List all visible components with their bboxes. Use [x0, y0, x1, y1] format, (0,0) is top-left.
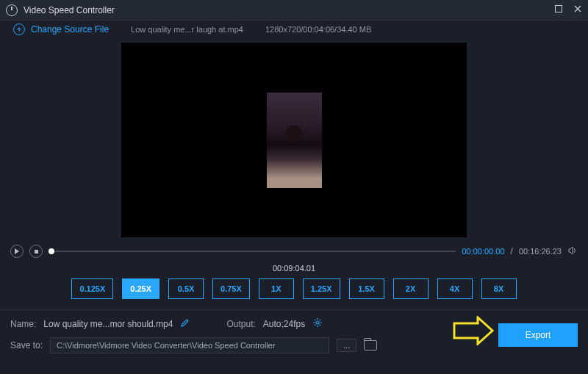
export-button[interactable]: Export: [498, 323, 578, 347]
close-button[interactable]: [573, 4, 582, 15]
time-total: 00:16:26.23: [519, 247, 562, 256]
maximize-button[interactable]: [554, 4, 563, 15]
progress-bar[interactable]: [49, 251, 456, 252]
output-value: Auto;24fps: [263, 319, 305, 329]
speed-button-1-25x[interactable]: 1.25X: [303, 278, 340, 299]
footer-row-save: Save to: C:\Vidmore\Vidmore Video Conver…: [10, 337, 578, 353]
volume-button[interactable]: [567, 245, 578, 258]
edit-name-button[interactable]: [180, 318, 190, 330]
footer-row-name-output: Name: Low quality me...mor should.mp4 Ou…: [10, 317, 578, 330]
speed-button-1-5x[interactable]: 1.5X: [349, 278, 384, 299]
speed-button-0-25x[interactable]: 0.25X: [122, 278, 159, 299]
name-label: Name:: [10, 319, 36, 329]
footer: Name: Low quality me...mor should.mp4 Ou…: [0, 309, 588, 358]
speed-button-0-75x[interactable]: 0.75X: [212, 278, 250, 299]
toolbar: + Change Source File Low quality me...r …: [0, 21, 588, 41]
browse-button[interactable]: ...: [337, 339, 356, 352]
app-icon: [6, 4, 18, 16]
source-filename: Low quality me...r laugh at.mp4: [131, 25, 243, 34]
svg-rect-0: [556, 6, 562, 12]
name-value: Low quality me...mor should.mp4: [43, 319, 173, 329]
output-label: Output:: [226, 319, 255, 329]
play-button[interactable]: [10, 245, 24, 258]
stop-button[interactable]: [29, 245, 43, 258]
source-meta: 1280x720/00:04:06/34.40 MB: [265, 25, 371, 34]
speed-button-0-125x[interactable]: 0.125X: [71, 278, 113, 299]
window-controls: [554, 4, 582, 15]
save-label: Save to:: [10, 340, 43, 350]
speed-button-8x[interactable]: 8X: [481, 278, 517, 299]
app-title: Video Speed Controller: [24, 5, 554, 15]
output-settings-button[interactable]: [312, 317, 323, 330]
preview-area: [0, 41, 588, 240]
speed-button-4x[interactable]: 4X: [437, 278, 473, 299]
open-folder-button[interactable]: [364, 340, 377, 350]
timeline-value: 00:09:04.01: [0, 259, 588, 277]
video-canvas[interactable]: [121, 43, 467, 237]
speed-button-0-5x[interactable]: 0.5X: [168, 278, 204, 299]
playback-controls: 00:00:00.00/00:16:26.23: [0, 240, 588, 259]
change-source-label: Change Source File: [31, 24, 109, 35]
speed-options: 0.125X0.25X0.5X0.75X1X1.25X1.5X2X4X8X: [0, 277, 588, 306]
time-current: 00:00:00.00: [462, 247, 504, 256]
plus-icon: +: [13, 24, 25, 35]
svg-point-2: [316, 321, 319, 324]
video-thumbnail: [267, 93, 322, 188]
save-path[interactable]: C:\Vidmore\Vidmore Video Converter\Video…: [50, 337, 329, 353]
progress-handle[interactable]: [49, 248, 54, 254]
speed-button-2x[interactable]: 2X: [393, 278, 429, 299]
speed-button-1x[interactable]: 1X: [259, 278, 294, 299]
svg-rect-1: [35, 250, 38, 253]
titlebar: Video Speed Controller: [0, 0, 588, 21]
change-source-button[interactable]: + Change Source File: [13, 24, 109, 35]
